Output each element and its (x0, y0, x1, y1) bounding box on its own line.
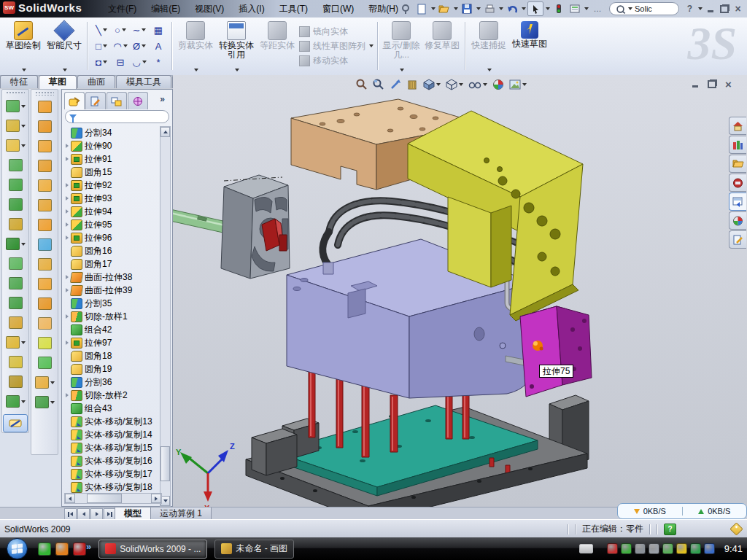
display-settings-dropdown-icon[interactable] (584, 7, 589, 10)
surface-toolbar-icon-15[interactable] (33, 373, 56, 392)
tree-item[interactable]: 拉伸92 (63, 179, 163, 192)
expand-icon[interactable] (63, 393, 71, 397)
pin-icon[interactable] (398, 2, 413, 15)
dropdown-icon[interactable] (400, 69, 404, 71)
tree-item[interactable]: 切除-放样1 (63, 310, 163, 323)
surface-toolbar-icon-6[interactable] (33, 195, 56, 215)
dropdown-icon[interactable] (103, 61, 107, 63)
dropdown-icon[interactable] (459, 83, 463, 86)
help-dropdown-icon[interactable] (698, 7, 703, 10)
swept-boss-icon[interactable] (4, 155, 27, 175)
surface-toolbar-icon-3[interactable] (33, 136, 56, 156)
minimize-button[interactable] (704, 4, 716, 15)
split-feature-icon[interactable] (4, 332, 27, 352)
graphics-viewport[interactable]: Y Z X (173, 75, 747, 507)
expand-icon[interactable] (63, 275, 71, 279)
extruded-cut-icon[interactable] (4, 116, 27, 136)
dimxpertmanager-tab[interactable] (128, 92, 148, 109)
search-dropdown-icon[interactable] (628, 7, 632, 10)
taskbar-task-1[interactable]: 未命名 - 画图 (214, 540, 294, 559)
defender-icon[interactable] (690, 543, 701, 554)
point-icon[interactable]: * (149, 54, 168, 70)
surface-toolbar-icon-14[interactable] (33, 353, 56, 373)
print-icon[interactable] (482, 2, 497, 15)
reference-feature-icon[interactable] (4, 214, 27, 234)
toolbar-grip[interactable] (6, 91, 25, 95)
featuremanager-tab[interactable] (64, 92, 85, 109)
prev-tab-button[interactable] (77, 508, 90, 520)
scheduler-icon[interactable] (635, 543, 646, 554)
selection-box-icon[interactable]: ▦ (149, 22, 168, 38)
surface-toolbar-icon-5[interactable] (33, 176, 56, 195)
doc-restore-button[interactable] (705, 79, 718, 90)
ribbon-tab-0[interactable]: 特征 (0, 75, 38, 88)
solidworks-quicklaunch-icon[interactable] (73, 542, 86, 556)
media-player-icon[interactable] (55, 542, 69, 556)
surface-toolbar-icon-12[interactable] (33, 314, 56, 333)
menu-item-0[interactable]: 文件(F) (101, 0, 144, 18)
ribbon-tab-2[interactable]: 曲面 (77, 75, 115, 88)
dropdown-icon[interactable] (142, 61, 147, 63)
next-tab-button[interactable] (90, 508, 103, 520)
apply-scene-icon[interactable] (508, 77, 528, 92)
undo-icon[interactable] (505, 2, 519, 15)
shell-icon[interactable] (4, 293, 27, 313)
tree-vertical-scrollbar[interactable] (160, 126, 171, 507)
section-view-icon[interactable] (405, 77, 419, 92)
scroll-left-button[interactable] (65, 494, 75, 503)
extruded-boss-icon[interactable] (4, 96, 27, 116)
ribbon-tab-3[interactable]: 模具工具 (116, 75, 171, 88)
toolbar-overflow-icon[interactable]: … (590, 2, 605, 15)
rectangle-icon[interactable]: □ (92, 38, 111, 54)
dropdown-icon[interactable] (522, 83, 527, 86)
smart-dimension-button[interactable]: 智能尺寸 (44, 19, 85, 73)
surface-toolbar-icon-1[interactable] (33, 97, 56, 117)
rib-icon[interactable] (4, 254, 27, 273)
model-tab[interactable]: 模型 (115, 508, 151, 520)
spline-3d-icon[interactable] (4, 392, 27, 411)
dropdown-icon[interactable] (21, 125, 26, 128)
start-button[interactable] (4, 538, 29, 560)
menu-item-4[interactable]: 工具(T) (272, 0, 315, 18)
scroll-thumb[interactable] (87, 494, 122, 503)
tree-item[interactable]: 切除-放样2 (63, 389, 163, 402)
dropdown-icon[interactable] (21, 144, 26, 147)
curve-icon[interactable] (4, 372, 27, 392)
tree-item[interactable]: 拉伸90 (63, 139, 163, 152)
search-box[interactable]: Solic (609, 2, 679, 15)
measure-icon[interactable] (3, 414, 28, 432)
surface-toolbar-icon-2[interactable] (33, 117, 56, 136)
spline-icon[interactable]: ∼ (130, 22, 149, 38)
keyboard-layout-icon[interactable] (579, 544, 593, 553)
menu-item-1[interactable]: 编辑(E) (144, 0, 187, 18)
text-icon[interactable]: A (149, 38, 168, 54)
expand-icon[interactable] (63, 314, 71, 319)
quick-launch-overflow-icon[interactable]: » (86, 541, 91, 552)
appearances-icon[interactable] (729, 211, 746, 230)
taskbar-task-0[interactable]: SolidWorks 2009 - ... (98, 540, 207, 559)
toolbox-icon[interactable] (729, 174, 746, 192)
tree-item[interactable]: 实体-移动/复制17 (63, 467, 163, 481)
surface-toolbar-icon-7[interactable] (33, 215, 56, 235)
tree-item[interactable]: 分割36 (63, 376, 163, 389)
new-dropdown-icon[interactable] (431, 7, 436, 10)
edit-appearance-icon[interactable] (491, 77, 506, 92)
tree-filter-input[interactable] (77, 111, 160, 122)
volume-icon[interactable] (649, 543, 659, 554)
menu-item-5[interactable]: 窗口(W) (315, 0, 361, 18)
home-icon[interactable] (729, 117, 746, 135)
tree-item[interactable]: 组合43 (63, 402, 163, 415)
taskbar-clock[interactable]: 9:41 (724, 543, 743, 554)
dropdown-icon[interactable] (21, 105, 26, 108)
close-button[interactable]: × (732, 4, 744, 15)
expand-icon[interactable] (63, 341, 71, 345)
tree-item[interactable]: 拉伸94 (63, 205, 163, 218)
select-dropdown-icon[interactable] (546, 7, 550, 10)
dropdown-icon[interactable] (235, 69, 239, 71)
display-settings-icon[interactable] (568, 2, 582, 15)
surface-toolbar-icon-16[interactable] (33, 392, 56, 412)
tree-item[interactable]: 拉伸96 (63, 231, 163, 244)
part-clamp-block[interactable] (221, 175, 290, 279)
first-tab-button[interactable] (64, 508, 77, 520)
wireless-warning-icon[interactable] (676, 543, 687, 554)
